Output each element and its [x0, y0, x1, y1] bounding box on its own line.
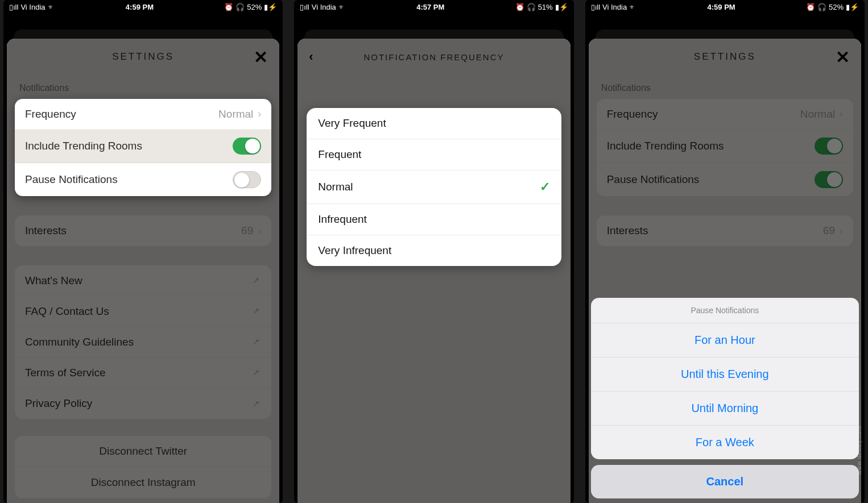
trending-row[interactable]: Include Trending Rooms — [15, 130, 271, 163]
external-link-icon: → — [249, 334, 264, 350]
frequency-row[interactable]: Frequency Normal › — [15, 99, 271, 130]
external-link-icon: → — [249, 273, 264, 289]
wifi-icon: ᯤ — [48, 3, 55, 11]
screenshot-2: ▯ıll Vi India ᯤ 4:57 PM ⏰ 🎧 51% ▮⚡ ‹ NOT… — [294, 0, 573, 503]
frequency-row[interactable]: Frequency Normal › — [597, 99, 853, 130]
freq-option-very-frequent[interactable]: Very Frequent — [307, 108, 561, 139]
check-icon: ✓ — [540, 180, 550, 194]
alarm-icon: ⏰ — [515, 3, 524, 11]
interests-row[interactable]: Interests 69 › — [15, 215, 271, 246]
community-row[interactable]: Community Guidelines → — [15, 327, 271, 357]
freq-option-normal[interactable]: Normal ✓ — [307, 171, 561, 204]
carrier-label: Vi India — [602, 3, 627, 11]
pause-row[interactable]: Pause Notifications — [597, 163, 853, 196]
signal-icon: ▯ıll — [591, 3, 600, 11]
external-link-icon: → — [249, 365, 264, 381]
status-bar: ▯ıll Vi India ᯤ 4:59 PM ⏰ 🎧 52% ▮⚡ — [3, 0, 283, 13]
frequency-value: Normal — [218, 108, 253, 120]
back-icon[interactable]: ‹ — [309, 49, 313, 64]
external-link-icon: → — [249, 396, 264, 411]
freq-option-frequent[interactable]: Frequent — [307, 139, 561, 171]
chevron-right-icon: › — [840, 108, 843, 120]
pause-toggle[interactable] — [815, 171, 843, 188]
close-icon[interactable]: ✕ — [254, 47, 268, 67]
pause-hour-option[interactable]: For an Hour — [591, 323, 859, 357]
pause-toggle[interactable] — [233, 171, 261, 188]
trending-row[interactable]: Include Trending Rooms — [597, 130, 853, 163]
frequency-label: Frequency — [25, 108, 76, 120]
alarm-icon: ⏰ — [224, 3, 233, 11]
interests-count: 69 — [241, 225, 253, 237]
screenshot-1: ▯ıll Vi India ᯤ 4:59 PM ⏰ 🎧 52% ▮⚡ SETTI… — [3, 0, 283, 503]
chevron-right-icon: › — [840, 225, 843, 237]
faq-row[interactable]: FAQ / Contact Us → — [15, 296, 271, 327]
section-notifications: Notifications — [589, 75, 861, 97]
headphones-icon: 🎧 — [817, 3, 826, 11]
screenshot-3: ▯ıll Vi India ᯤ 4:59 PM ⏰ 🎧 52% ▮⚡ SETTI… — [585, 0, 865, 503]
page-title: SETTINGS — [112, 51, 174, 63]
trending-toggle[interactable] — [815, 138, 843, 155]
carrier-label: Vi India — [20, 3, 45, 11]
terms-row[interactable]: Terms of Service → — [15, 357, 271, 388]
battery-label: 52% — [247, 3, 262, 11]
disconnect-twitter-button[interactable]: Disconnect Twitter — [15, 436, 271, 467]
battery-icon: ▮⚡ — [555, 3, 568, 11]
battery-icon: ▮⚡ — [846, 3, 859, 11]
headphones-icon: 🎧 — [527, 3, 536, 11]
trending-toggle[interactable] — [233, 138, 261, 155]
alarm-icon: ⏰ — [806, 3, 815, 11]
freq-option-infrequent[interactable]: Infrequent — [307, 204, 561, 235]
page-title: NOTIFICATION FREQUENCY — [363, 52, 504, 62]
frequency-options-card: Very Frequent Frequent Normal ✓ Infreque… — [307, 108, 561, 266]
cancel-button[interactable]: Cancel — [591, 465, 859, 498]
status-time: 4:57 PM — [416, 3, 444, 11]
interests-label: Interests — [25, 225, 67, 237]
battery-label: 52% — [829, 3, 844, 11]
whats-new-row[interactable]: What's New → — [15, 265, 271, 296]
battery-label: 51% — [538, 3, 553, 11]
close-icon[interactable]: ✕ — [836, 47, 850, 67]
carrier-label: Vi India — [312, 3, 336, 11]
status-time: 4:59 PM — [126, 3, 154, 11]
pause-action-sheet: Pause Notifications For an Hour Until th… — [591, 298, 859, 498]
status-bar: ▯ıll Vi India ᯤ 4:59 PM ⏰ 🎧 52% ▮⚡ — [585, 0, 865, 13]
pause-row[interactable]: Pause Notifications — [15, 163, 271, 196]
disconnect-instagram-button[interactable]: Disconnect Instagram — [15, 467, 271, 498]
headphones-icon: 🎧 — [235, 3, 245, 11]
settings-sheet: SETTINGS ✕ Notifications Frequency Norma… — [7, 39, 279, 503]
wifi-icon: ᯤ — [338, 3, 346, 11]
section-notifications: Notifications — [7, 75, 279, 97]
privacy-row[interactable]: Privacy Policy → — [15, 388, 271, 419]
pause-evening-option[interactable]: Until this Evening — [591, 357, 859, 392]
status-time: 4:59 PM — [708, 3, 735, 11]
wifi-icon: ᯤ — [629, 3, 636, 11]
external-link-icon: → — [249, 304, 264, 319]
chevron-right-icon: › — [258, 108, 261, 120]
signal-icon: ▯ıll — [300, 3, 309, 11]
page-title: SETTINGS — [694, 51, 756, 63]
interests-row[interactable]: Interests 69 › — [597, 215, 853, 246]
pause-label: Pause Notifications — [25, 173, 118, 186]
pause-morning-option[interactable]: Until Morning — [591, 392, 859, 426]
freq-option-very-infrequent[interactable]: Very Infrequent — [307, 235, 561, 266]
chevron-right-icon: › — [258, 225, 261, 237]
trending-label: Include Trending Rooms — [25, 140, 142, 152]
status-bar: ▯ıll Vi India ᯤ 4:57 PM ⏰ 🎧 51% ▮⚡ — [294, 0, 573, 13]
signal-icon: ▯ıll — [9, 3, 18, 11]
battery-icon: ▮⚡ — [264, 3, 277, 11]
pause-week-option[interactable]: For a Week — [591, 426, 859, 459]
sheet-title: Pause Notifications — [591, 298, 859, 323]
